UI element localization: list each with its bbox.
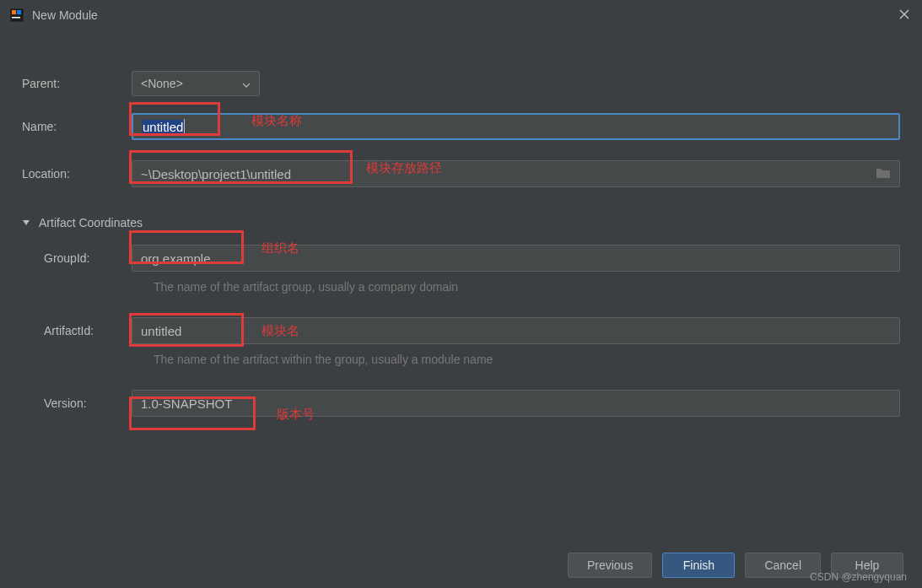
- artifactid-field[interactable]: untitled: [132, 317, 900, 344]
- help-button[interactable]: Help: [831, 553, 903, 578]
- section-label: Artifact Coordinates: [39, 216, 143, 229]
- artifactid-value: untitled: [141, 324, 181, 338]
- chevron-down-icon: [22, 216, 30, 229]
- artifact-coordinates-header[interactable]: Artifact Coordinates: [22, 216, 900, 229]
- version-label: Version:: [22, 396, 132, 410]
- close-icon[interactable]: [898, 7, 910, 24]
- groupid-help: The name of the artifact group, usually …: [154, 280, 900, 294]
- parent-value: <None>: [141, 77, 183, 90]
- version-field[interactable]: 1.0-SNAPSHOT: [132, 390, 900, 417]
- location-value: ~\Desktop\project1\untitled: [141, 167, 291, 181]
- location-field[interactable]: ~\Desktop\project1\untitled: [132, 160, 900, 187]
- name-value: untitled: [142, 120, 184, 134]
- app-icon: [8, 7, 25, 24]
- parent-dropdown[interactable]: <None>: [132, 71, 260, 96]
- dialog-title: New Module: [32, 8, 98, 22]
- finish-button[interactable]: Finish: [662, 553, 735, 578]
- previous-button[interactable]: Previous: [568, 553, 652, 578]
- artifactid-label: ArtifactId:: [22, 324, 132, 337]
- groupid-label: GroupId:: [22, 251, 132, 265]
- folder-icon[interactable]: [876, 167, 891, 181]
- chevron-down-icon: [242, 77, 251, 90]
- version-value: 1.0-SNAPSHOT: [141, 396, 232, 411]
- name-label: Name:: [22, 120, 132, 133]
- svg-rect-2: [17, 10, 21, 14]
- title-bar: New Module: [0, 0, 922, 30]
- artifactid-help: The name of the artifact within the grou…: [154, 353, 900, 366]
- location-label: Location:: [22, 167, 132, 181]
- groupid-field[interactable]: org.example: [132, 245, 900, 272]
- groupid-value: org.example: [141, 251, 211, 266]
- svg-rect-1: [12, 10, 16, 14]
- cancel-button[interactable]: Cancel: [745, 553, 821, 578]
- svg-rect-3: [12, 17, 20, 19]
- parent-label: Parent:: [22, 77, 132, 90]
- name-field[interactable]: untitled: [132, 113, 900, 140]
- button-bar: Previous Finish Cancel Help: [568, 553, 903, 578]
